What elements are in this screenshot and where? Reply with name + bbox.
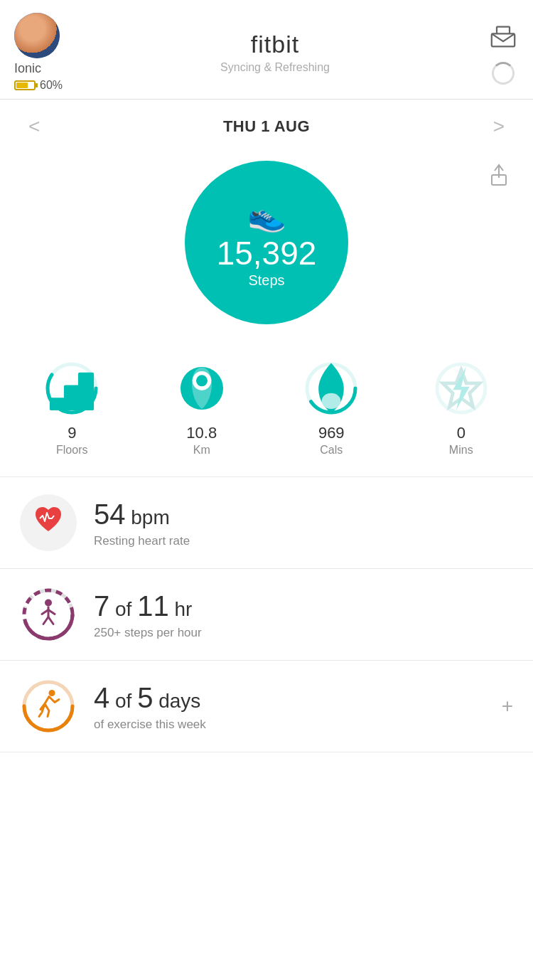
heart-rate-text: 54 bpm Resting heart rate: [94, 497, 513, 548]
km-circle: [173, 360, 230, 417]
svg-rect-5: [50, 398, 65, 410]
app-title: fitbit: [251, 31, 299, 58]
battery-percentage: 60%: [40, 79, 63, 92]
stat-floors[interactable]: 9 Floors: [43, 360, 100, 457]
avatar[interactable]: [14, 13, 60, 58]
health-section: 54 bpm Resting heart rate: [0, 477, 533, 752]
steps-circle[interactable]: 👟 15,392 Steps: [185, 161, 348, 324]
inbox-button[interactable]: [488, 21, 519, 52]
floors-circle: [43, 360, 100, 417]
date-label: THU 1 AUG: [223, 117, 310, 136]
battery-icon: [14, 80, 36, 90]
battery-row: 60%: [14, 79, 63, 92]
heart-rate-icon-wrap: [20, 494, 77, 551]
active-hours-text: 7 of 11 hr 250+ steps per hour: [94, 589, 513, 640]
svg-rect-7: [78, 373, 94, 410]
sync-status: Syncing & Refreshing: [220, 61, 330, 74]
heart-rate-icon: [33, 506, 64, 540]
runner-icon: [35, 690, 62, 723]
active-hours-ring: [20, 586, 77, 643]
sync-spinner: [492, 62, 515, 85]
floors-unit: Floors: [56, 444, 87, 457]
svg-point-12: [322, 393, 341, 409]
exercise-sub: of exercise this week: [94, 718, 485, 732]
cals-value: 969: [318, 424, 345, 442]
svg-rect-6: [64, 385, 80, 411]
svg-point-27: [49, 690, 55, 696]
heart-rate-sub: Resting heart rate: [94, 534, 513, 548]
active-hours-value: 7 of 11 hr: [94, 589, 513, 623]
header-left: Ionic 60%: [14, 13, 63, 92]
header-center: fitbit Syncing & Refreshing: [220, 31, 330, 74]
exercise-row[interactable]: 4 of 5 days of exercise this week +: [0, 661, 533, 752]
prev-date-button[interactable]: <: [21, 115, 47, 138]
svg-line-24: [48, 617, 53, 624]
svg-point-9: [196, 375, 208, 386]
share-icon: [486, 162, 512, 188]
stat-cals[interactable]: 969 Cals: [303, 360, 360, 457]
active-hours-sub: 250+ steps per hour: [94, 626, 513, 640]
active-person-icon: [36, 599, 60, 631]
mins-circle: [433, 360, 490, 417]
steps-section: 👟 15,392 Steps: [0, 154, 533, 346]
km-icon: [181, 367, 223, 410]
exercise-icon-wrap: [20, 678, 77, 735]
stats-row: 9 Floors 10.8 Km: [0, 346, 533, 477]
exercise-text: 4 of 5 days of exercise this week: [94, 681, 485, 732]
inbox-icon: [490, 23, 516, 49]
exercise-add-button[interactable]: +: [502, 695, 513, 718]
stat-mins[interactable]: 0 Mins: [433, 360, 490, 457]
floors-value: 9: [68, 424, 76, 442]
header-right: [488, 21, 519, 85]
share-button[interactable]: [485, 161, 513, 189]
cals-circle: [303, 360, 360, 417]
km-value: 10.8: [186, 424, 217, 442]
cals-unit: Cals: [320, 444, 343, 457]
mins-value: 0: [457, 424, 465, 442]
stat-km[interactable]: 10.8 Km: [173, 360, 230, 457]
svg-point-19: [45, 600, 52, 607]
exercise-value: 4 of 5 days: [94, 681, 485, 715]
exercise-ring: [20, 678, 77, 735]
header: Ionic 60% fitbit Syncing & Refreshing: [0, 0, 533, 100]
km-unit: Km: [193, 444, 210, 457]
heart-rate-row[interactable]: 54 bpm Resting heart rate: [0, 477, 533, 569]
steps-label: Steps: [248, 272, 284, 289]
next-date-button[interactable]: >: [486, 115, 512, 138]
svg-line-23: [43, 617, 48, 624]
active-hours-row[interactable]: 7 of 11 hr 250+ steps per hour: [0, 569, 533, 661]
date-nav: < THU 1 AUG >: [0, 100, 533, 154]
active-hours-icon-wrap: [20, 586, 77, 643]
steps-count: 15,392: [217, 237, 317, 270]
mins-unit: Mins: [449, 444, 473, 457]
heart-rate-value: 54 bpm: [94, 497, 513, 531]
device-name: Ionic: [14, 61, 41, 76]
shoe-icon: 👟: [247, 197, 286, 234]
